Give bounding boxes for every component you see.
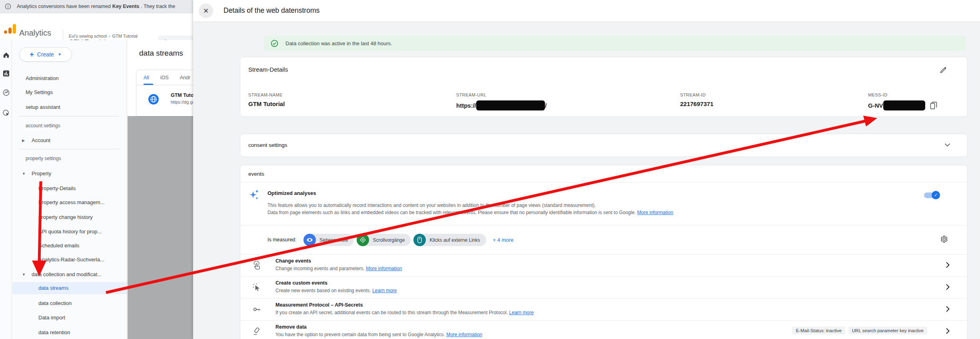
chevron-down-icon: ▼ [58,52,62,56]
analytics-logo-icon [4,23,16,34]
touch-icon [252,261,261,270]
eraser-icon [252,327,261,335]
screen: Analytics conversions have been renamed … [0,0,980,339]
sidebar-item-data-collection-group[interactable]: ▼data collection and modificat... [12,269,127,280]
create-button-label: Create [37,51,54,58]
banner-text-suffix: . They track the [141,4,175,9]
copy-icon[interactable] [930,102,937,110]
modal-scrim [128,116,193,339]
row-title: Measurement Protocol – API-Secrets [275,302,363,308]
consent-settings-card[interactable]: consent settings [240,134,968,157]
sidebar-divider [19,149,119,149]
banner-text-prefix: Analytics conversions have been renamed [17,4,111,9]
more-information-link[interactable]: More information [637,210,673,215]
url-param-badge: URL search parameter key inactive [848,327,927,335]
chevron-down-icon[interactable] [944,143,950,147]
chip-scrolls[interactable]: Scrollvorgänge [357,234,411,246]
measured-events-section: Is measured: Seitenaufrufe Scrollvorgäng… [240,225,967,255]
scroll-icon [357,234,369,246]
row-description: You have the option to prevent certain d… [275,332,445,337]
toggle-check-icon: ✓ [932,191,940,199]
field-value: GTM Tutorial [248,100,285,107]
breadcrumb-property[interactable]: GTM Tutorial [112,34,138,38]
sidebar-item-data-import[interactable]: Data import [12,313,127,323]
tab-ios[interactable]: iOS [160,75,169,80]
mouse-icon [413,234,426,246]
sidebar-item-property-access[interactable]: Property access managem... [12,197,127,208]
consent-settings-title: consent settings [248,142,287,148]
field-value-suffix: / [545,102,547,109]
chevron-right-icon [946,306,950,312]
description-line2: Data from page elements such as links an… [267,210,636,215]
row-remove-data[interactable]: Remove data You have the option to preve… [240,321,967,339]
is-measured-label: Is measured: [267,237,296,243]
stream-details-card: Stream-Details STREAM-NAME GTM Tutorial … [240,57,968,117]
description-line1: This feature allows you to automatically… [267,203,596,208]
field-label: STREAM-ID [680,92,713,97]
gear-icon[interactable] [940,235,948,243]
stream-url: https://dg.gr [171,100,194,104]
status-banner-text: Data collection was active in the last 4… [285,40,392,46]
optimized-analyses-title: Optimized analyses [267,190,316,196]
row-link[interactable]: More information [446,332,482,337]
sidebar-item-my-settings[interactable]: My Settings [12,87,127,98]
sidebar-item-data-collection[interactable]: data collection [12,298,127,309]
row-link[interactable]: Learn more [372,288,397,293]
sidebar-item-data-retention[interactable]: data retention [12,327,127,338]
chip-page-views[interactable]: Seitenaufrufe [303,234,354,246]
edit-pencil-icon[interactable] [940,66,947,74]
sidebar-item-account[interactable]: ▶Account [12,135,127,146]
row-description: Change incoming events and parameters. [275,266,365,271]
banner-text-bold: Key Events [112,4,139,9]
sidebar-item-setup-assistant[interactable]: setup assistant [12,102,127,112]
row-description: Create new events based on existing even… [275,288,371,293]
sidebar-section-property-settings: property settings [26,156,118,161]
sidebar-item-api-quota[interactable]: API quota history for prop... [12,227,127,237]
field-label: STREAM-NAME [248,92,285,97]
redaction-box [883,100,925,110]
key-icon [252,305,261,314]
field-value: G-NV [868,102,883,109]
chip-outbound-clicks[interactable]: Klicks auf externe Links [413,234,486,246]
sidebar-divider [19,116,119,116]
home-icon[interactable] [2,50,10,59]
optimized-analyses-toggle[interactable]: ✓ [924,192,939,199]
sidebar-item-data-streams[interactable]: data streams [12,282,127,294]
sidebar-section-account-settings: account settings [26,123,118,128]
sidebar-item-administration[interactable]: Administration [12,73,127,84]
advertising-icon[interactable] [2,108,10,117]
breadcrumb[interactable]: Evi's sewing school › GTM Tutorial [69,34,138,38]
tab-android[interactable]: Andr [180,75,190,80]
sidebar-item-scheduled-emails[interactable]: Scheduled emails [12,241,127,251]
create-button[interactable]: + Create ▼ [19,47,72,62]
sidebar-item-property-details[interactable]: Property-Details [12,183,127,194]
chip-label: Seitenaufrufe [319,237,348,243]
breadcrumb-account[interactable]: Evi's sewing school [69,34,107,38]
eye-icon [303,234,316,246]
breadcrumb-chevron-icon: › [109,34,110,38]
tab-all[interactable]: All [144,75,149,80]
redaction-box [476,100,545,110]
globe-icon [148,94,159,104]
field-stream-name: STREAM-NAME GTM Tutorial [248,92,285,107]
row-create-custom-events[interactable]: Create custom events Create new events b… [240,277,967,299]
chevron-right-icon [946,262,950,268]
close-button[interactable]: ✕ [199,4,213,18]
sidebar-item-property[interactable]: ▼Property [12,168,127,179]
caret-down-icon: ▼ [22,269,26,280]
chip-label: Klicks auf externe Links [429,237,480,243]
row-measurement-protocol[interactable]: Measurement Protocol – API-Secrets If yo… [240,299,967,321]
chevron-right-icon [946,284,950,290]
more-chips-link[interactable]: + 4 more [493,237,514,243]
row-link[interactable]: Learn more [509,310,533,315]
events-card: events Optimized analyses ✓ This feature… [240,165,968,339]
explore-icon[interactable] [2,88,10,97]
row-link[interactable]: More information [366,266,402,271]
reports-icon[interactable] [2,69,10,78]
field-label: MESS-ID [868,92,937,97]
details-panel-header: ✕ Details of the web datenstroms [193,0,980,22]
sidebar: + Create ▼ Administration My Settings se… [12,40,127,339]
row-change-events[interactable]: Change events Change incoming events and… [240,255,967,277]
sidebar-item-analytics-radar[interactable]: Analytics-Radar-Suchverla... [12,255,127,265]
sidebar-item-property-change-history[interactable]: property change history [12,212,127,223]
